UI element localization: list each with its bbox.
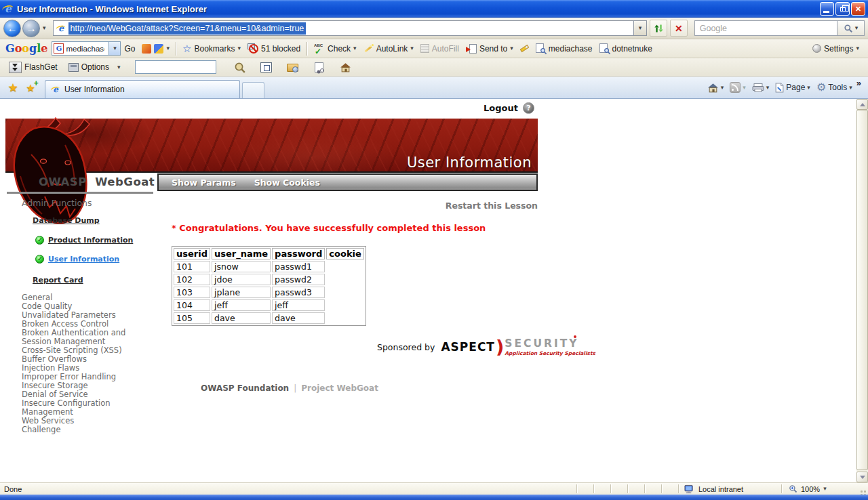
popup-blocker-button[interactable]: 51 blocked	[244, 42, 304, 55]
header-cookie: cookie	[326, 248, 364, 259]
scrollbar-thumb[interactable]	[856, 110, 868, 470]
flashget-search-input[interactable]	[135, 60, 216, 74]
scroll-up-button[interactable]	[856, 99, 868, 110]
bookmarks-star-icon: ☆	[182, 43, 191, 54]
header-userid: userid	[174, 248, 210, 259]
search-go-button[interactable]: ▾	[837, 20, 865, 36]
mediachase-button[interactable]: mediachase	[532, 42, 596, 55]
feeds-button[interactable]: ▾	[728, 79, 748, 96]
sidebar-category[interactable]: Challenge	[22, 425, 155, 434]
zoom-control[interactable]: 100% ▾	[781, 484, 856, 493]
show-cookies-button[interactable]: Show Cookies	[254, 178, 320, 188]
sponsor-prefix: Sponsored by	[377, 342, 435, 352]
close-button[interactable]: ✕	[851, 2, 865, 16]
send-to-button[interactable]: Send to ▾	[462, 43, 517, 55]
command-buttons: ▾ ▾ ▾ Page ▾	[705, 77, 864, 98]
google-search-dropdown[interactable]: ▾	[108, 42, 120, 55]
status-pane	[576, 484, 593, 493]
show-params-button[interactable]: Show Params	[172, 178, 236, 188]
search-site-button[interactable]: ▾	[138, 43, 173, 55]
chevron-down-icon: ▾	[166, 45, 170, 51]
favorites-star-icon: ★	[7, 82, 18, 93]
sidebar-section-admin-functions[interactable]: Admin Functions	[14, 198, 159, 208]
sidebar-category[interactable]: Insecure Configuration Management	[22, 399, 155, 417]
sidebar-category[interactable]: Broken Authentication and Session Manage…	[22, 329, 155, 346]
sidebar-link-database-dump[interactable]: Database Dump	[33, 216, 100, 225]
sponsor-logo: Sponsored by ASPECT ) SECURITY Applicati…	[377, 337, 595, 356]
zoom-level[interactable]: 100%	[801, 485, 820, 493]
tools-menu-button[interactable]: ⚙ Tools ▾	[814, 79, 854, 96]
minimize-button[interactable]	[820, 2, 834, 16]
flashget-link-button[interactable]	[310, 60, 329, 75]
table-header-row: userid user_name password cookie	[174, 248, 364, 259]
page-menu-button[interactable]: Page ▾	[773, 79, 812, 96]
sidebar-categories: General Code Quality Unvalidated Paramet…	[22, 293, 155, 434]
address-url[interactable]: http://neo/WebGoat/attack?Screen=71&menu…	[68, 22, 307, 35]
refresh-icon	[653, 23, 664, 34]
highlighter-button[interactable]	[517, 45, 532, 51]
add-favorite-button[interactable]: ★	[22, 79, 39, 96]
footer-owasp-link[interactable]: OWASP Foundation	[201, 383, 289, 393]
status-pane	[661, 484, 678, 493]
status-pane	[610, 484, 627, 493]
sidebar-link-report-card[interactable]: Report Card	[33, 276, 83, 285]
flashget-home-button[interactable]	[336, 60, 355, 75]
arrow-up-icon	[860, 103, 865, 106]
address-dropdown-button[interactable]: ▾	[634, 20, 647, 36]
autolink-button[interactable]: AutoLink ▾	[360, 43, 417, 55]
address-bar: ← → ▾ e http://neo/WebGoat/attack?Screen…	[0, 18, 868, 39]
flashget-button[interactable]: FlashGet	[5, 60, 61, 75]
home-button[interactable]: ▾	[705, 79, 726, 96]
zone-label: Local intranet	[698, 485, 743, 493]
print-button[interactable]: ▾	[750, 79, 772, 96]
sidebar-link-product-information[interactable]: Product Information	[48, 236, 133, 245]
autofill-button[interactable]: AutoFill	[417, 43, 462, 55]
refresh-button[interactable]	[650, 20, 667, 37]
flashget-capture-button[interactable]	[257, 60, 276, 75]
address-input[interactable]: e http://neo/WebGoat/attack?Screen=71&me…	[53, 20, 634, 36]
stop-button[interactable]: ✕	[670, 20, 688, 37]
history-caret-icon[interactable]: ▾	[43, 25, 46, 31]
sidebar-link-user-information[interactable]: User Information	[48, 255, 119, 264]
vertical-scrollbar[interactable]	[856, 99, 868, 482]
flashget-search-button[interactable]	[231, 60, 250, 75]
tab-title: User Information	[64, 85, 125, 94]
back-button[interactable]: ←	[3, 20, 21, 37]
page-content: Logout ? User Information OWASP WebGoat …	[0, 99, 856, 482]
google-search-value[interactable]: mediachase	[64, 45, 104, 53]
tab-user-information[interactable]: e User Information	[45, 80, 240, 98]
toolbar-separator	[176, 42, 176, 56]
dotnetnuke-button[interactable]: dotnetnuke	[596, 42, 656, 55]
folder-globe-icon	[287, 63, 298, 72]
help-button[interactable]: ?	[523, 102, 534, 114]
chevron-down-icon: ▾	[721, 85, 724, 91]
toolbar-overflow-button[interactable]: »	[856, 78, 861, 88]
brand-text: OWASP WebGoat V4	[39, 175, 176, 188]
lesson-title: User Information	[407, 154, 532, 171]
flashget-options-button[interactable]: Options ▾	[65, 61, 124, 73]
resize-grip[interactable]	[857, 484, 868, 495]
chevron-down-icon: ▾	[856, 45, 859, 51]
success-message: * Congratulations. You have successfully…	[172, 223, 486, 233]
restart-lesson-link[interactable]: Restart this Lesson	[172, 201, 538, 211]
spellcheck-button[interactable]: Check ▾	[310, 42, 360, 56]
status-pane	[627, 484, 644, 493]
status-pane	[593, 484, 610, 493]
forward-button[interactable]: →	[22, 20, 40, 37]
scroll-down-button[interactable]	[856, 472, 868, 482]
restore-button[interactable]	[835, 2, 850, 16]
logout-area: Logout ?	[484, 102, 534, 114]
google-go-button[interactable]: Go	[121, 43, 138, 55]
settings-button[interactable]: Settings ▾	[809, 43, 863, 55]
bookmarks-button[interactable]: ☆ Bookmarks ▾	[179, 42, 244, 55]
spellcheck-icon	[313, 43, 325, 54]
footer-webgoat-link[interactable]: Project WebGoat	[301, 383, 378, 393]
google-search-input[interactable]: G mediachase ▾	[52, 41, 121, 56]
page-search-icon	[599, 43, 610, 54]
new-tab-button[interactable]	[242, 82, 264, 98]
favorites-button[interactable]: ★	[4, 79, 22, 96]
logout-button[interactable]: Logout	[484, 103, 518, 113]
search-input[interactable]: Google	[694, 20, 837, 36]
header-password: password	[272, 248, 325, 259]
flashget-folder-button[interactable]	[283, 60, 302, 75]
